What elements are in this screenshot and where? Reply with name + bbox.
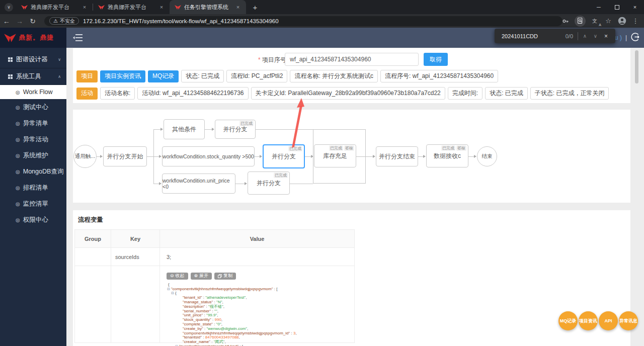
tab-close-icon[interactable]: × <box>80 3 89 11</box>
target-icon: ◎ <box>16 217 20 223</box>
sidebar: 图谱设计器 ∨ 系统工具 ∧ ◎ Work Flow ◎测试中心 ◎异常清单 ◎… <box>0 48 66 346</box>
sidebar-item-exception-activity[interactable]: ◎异常活动 <box>0 131 66 147</box>
project-serial-label: *项目序号: <box>258 56 288 64</box>
security-chip[interactable]: ⚠ 不安全 <box>49 17 79 25</box>
collapse-button[interactable]: ⊖收起 <box>167 273 188 280</box>
logout-icon[interactable] <box>630 32 640 44</box>
json-tree: {⊟"componentvitkjhhnszhfmfweqqetymsbiwdq… <box>167 283 354 346</box>
node-label: 并行分支 <box>257 179 281 188</box>
node-stock-sufficient[interactable]: 已完成签核 库存充足 <box>314 144 356 167</box>
browser-address-bar: ← → ↻ ⚠ 不安全 172.16.2.230/TE_HWT/system/t… <box>0 14 644 28</box>
browser-tab-2[interactable]: 雅典娜开发平台 × <box>93 0 170 14</box>
sidebar-item-system-maintenance[interactable]: ◎系统维护 <box>0 147 66 163</box>
browser-menu-dots-icon[interactable]: ⋮ <box>631 17 640 26</box>
sidebar-item-test-center[interactable]: ◎测试中心 <box>0 99 66 115</box>
digiwin-logo-icon <box>4 33 16 43</box>
mq-record-button[interactable]: MQ记录 <box>148 70 179 82</box>
browser-tab-1[interactable]: 雅典娜开发平台 × <box>16 0 93 14</box>
sidebar-item-exception-list[interactable]: ◎异常清单 <box>0 115 66 131</box>
bookmark-star-icon[interactable]: ☆ <box>604 17 613 26</box>
minimize-button[interactable]: ─ <box>590 0 608 14</box>
connector-arrowhead <box>245 182 247 185</box>
target-icon: ◎ <box>16 121 20 126</box>
find-in-page-bar: 20241011CDD 0/0 ∧ ∨ × <box>495 29 615 43</box>
sidebar-group-graph-designer[interactable]: 图谱设计器 ∨ <box>0 51 66 68</box>
json-punctuation: , <box>217 313 218 317</box>
sidebar-item-workflow-active[interactable]: ◎ Work Flow <box>0 85 66 99</box>
red-annotation-arrow <box>286 97 311 150</box>
node-parallel-fork-start[interactable]: 并行分支开始 <box>103 146 147 166</box>
activity-id-tag: 活动Id: wf_api_412345884622196736 <box>137 87 248 100</box>
vertical-scrollbar[interactable] <box>635 50 638 83</box>
expand-plus-icon: ⊕ <box>194 274 198 279</box>
node-parallel-branch-top[interactable]: 已完成 并行分支 <box>215 120 256 139</box>
json-key: "componentvitkjhhnszhfmfweqqetymsbiwdqjp… <box>171 287 273 291</box>
json-punctuation: : <box>290 331 293 335</box>
digiwin-favicon <box>175 5 181 10</box>
sidebar-item-monitor-list[interactable]: ◎监控清單 <box>0 196 66 212</box>
tab-search-button[interactable]: ∨ <box>5 3 13 12</box>
float-project-info-button[interactable]: 项目资讯 <box>579 311 598 330</box>
copy-button[interactable]: 复制 <box>214 273 236 280</box>
find-in-page-icon[interactable] <box>575 16 586 27</box>
tab-label: 雅典娜开发平台 <box>108 4 157 11</box>
node-stock-condition[interactable]: workflowCondition.stock_quantity >500 <box>162 146 255 166</box>
json-key: "unit_price" <box>183 313 203 317</box>
back-icon[interactable]: ← <box>0 17 13 25</box>
url-bar[interactable]: ⚠ 不安全 172.16.2.230/TE_HWT/system/tool/wo… <box>44 16 562 26</box>
find-next-icon[interactable]: ∨ <box>590 33 601 39</box>
sidebar-group-system-tools[interactable]: 系统工具 ∧ <box>0 68 66 85</box>
tab-close-icon[interactable]: × <box>157 3 166 11</box>
find-close-icon[interactable]: × <box>601 33 611 40</box>
sidebar-item-label: 异常清单 <box>23 119 48 128</box>
json-toggle-icon[interactable]: ⊟ <box>171 291 174 295</box>
password-key-icon[interactable] <box>561 17 570 26</box>
reload-icon[interactable]: ↻ <box>26 17 39 25</box>
float-api-button[interactable]: API <box>599 311 618 330</box>
done-badge: 已完成 <box>274 172 288 178</box>
required-mark: * <box>258 56 261 63</box>
node-generic-trigger[interactable]: 通用触... <box>73 145 97 168</box>
grid-icon <box>8 57 13 62</box>
find-query-input[interactable]: 20241011CDD <box>502 33 566 39</box>
json-punctuation: , <box>247 326 248 331</box>
json-key: "tenantsid" <box>183 335 202 339</box>
maximize-button[interactable] <box>608 0 626 14</box>
node-parallel-fork-end[interactable]: 并行分支结束 <box>376 146 418 166</box>
node-other-condition[interactable]: 其他条件 <box>164 119 205 139</box>
profile-avatar[interactable] <box>617 17 626 26</box>
close-window-button[interactable]: × <box>626 0 644 14</box>
node-label: 库存充足 <box>323 152 347 160</box>
float-mq-record-button[interactable]: MQ记录 <box>558 311 578 330</box>
target-icon: ◎ <box>16 201 20 207</box>
status-badges: 已完成签核 <box>329 145 354 151</box>
project-serial-input[interactable] <box>285 53 419 66</box>
node-parallel-branch-bottom[interactable]: 已完成 并行分支 <box>248 171 290 195</box>
fetch-button[interactable]: 取得 <box>424 53 448 66</box>
tab-label: 任务引擎管理系统 <box>184 4 234 11</box>
browser-tab-active[interactable]: 任务引擎管理系统 × <box>170 0 246 14</box>
sidebar-item-schedule-list[interactable]: ◎排程清单 <box>0 180 66 196</box>
forward-icon[interactable]: → <box>13 17 26 25</box>
tab-close-icon[interactable]: × <box>234 3 242 11</box>
node-end[interactable]: 结束 <box>477 146 497 166</box>
cell-key <box>111 266 160 342</box>
sidebar-item-mongodb-query[interactable]: ◎MongoDB查询 <box>0 163 66 180</box>
json-punctuation: : <box>211 317 215 322</box>
node-price-condition[interactable]: workflowCondition.unit_price <0 <box>162 174 235 194</box>
expand-button[interactable]: ⊕展开 <box>191 273 212 280</box>
json-toggle-icon[interactable]: ⊟ <box>167 287 170 291</box>
sidebar-group-label: 图谱设计器 <box>16 55 48 64</box>
process-variables-card: 流程变量 Group Key Value sourceIds 3; <box>73 210 630 346</box>
sidebar-collapse-icon[interactable] <box>73 34 83 43</box>
json-punctuation: , <box>246 295 247 300</box>
translate-icon[interactable]: 文 <box>590 17 599 26</box>
find-previous-icon[interactable]: ∧ <box>580 33 590 39</box>
target-icon: ◎ <box>16 137 20 142</box>
new-tab-button[interactable]: + <box>249 1 261 13</box>
sidebar-item-permission-center[interactable]: ◎权限中心 <box>0 212 66 228</box>
warning-icon: ⚠ <box>53 18 58 24</box>
float-exception-info-button[interactable]: 异常讯息 <box>619 311 638 330</box>
project-instance-info-button[interactable]: 项目实例资讯 <box>100 70 145 82</box>
node-data-receive[interactable]: 已完成签核 数据接收c <box>426 144 468 167</box>
